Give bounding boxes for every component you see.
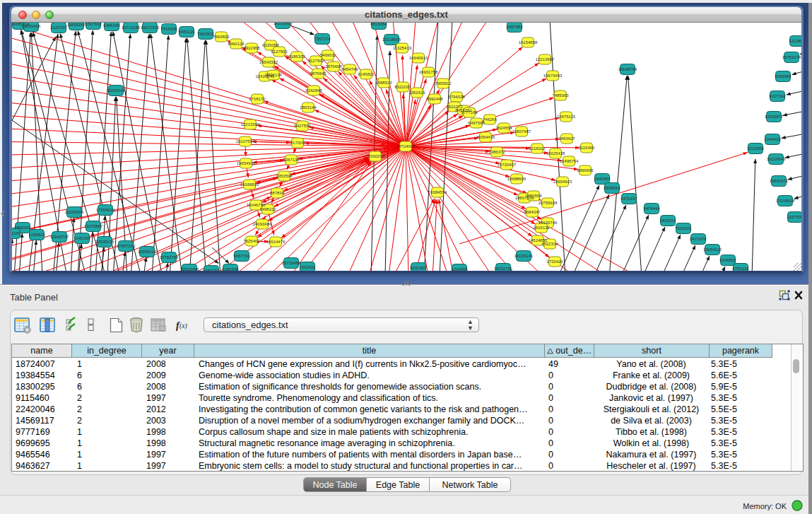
svg-text:1733426: 1733426 (546, 259, 563, 264)
svg-text:13975887: 13975887 (84, 224, 103, 228)
svg-text:10719185: 10719185 (122, 25, 141, 30)
svg-text:17359914: 17359914 (96, 208, 115, 212)
svg-text:9457791: 9457791 (233, 254, 250, 258)
svg-text:6794028: 6794028 (448, 95, 465, 99)
svg-text:7663822: 7663822 (213, 35, 230, 39)
svg-text:9474444: 9474444 (643, 206, 660, 211)
svg-text:2687682: 2687682 (506, 25, 523, 29)
svg-text:10973493: 10973493 (543, 74, 563, 78)
svg-text:16154808: 16154808 (519, 40, 538, 45)
svg-text:19384554: 19384554 (428, 190, 447, 194)
svg-text:6479197: 6479197 (620, 197, 637, 201)
svg-text:16543382: 16543382 (259, 60, 278, 64)
svg-text:10025438: 10025438 (546, 151, 565, 156)
svg-text:13218506: 13218506 (382, 37, 401, 42)
svg-text:12093877: 12093877 (765, 115, 784, 119)
svg-text:2933114: 2933114 (660, 218, 677, 223)
svg-text:(x): (x) (180, 322, 187, 330)
svg-text:15716485: 15716485 (282, 261, 301, 265)
svg-text:14136141: 14136141 (514, 254, 534, 258)
svg-text:10654112: 10654112 (703, 247, 722, 252)
svg-text:7955812: 7955812 (435, 81, 452, 86)
svg-text:2522314: 2522314 (541, 242, 558, 246)
svg-text:1527602: 1527602 (85, 23, 102, 26)
svg-text:12942737: 12942737 (50, 235, 69, 239)
svg-text:9777169: 9777169 (461, 110, 478, 115)
svg-text:9481129: 9481129 (179, 30, 196, 34)
svg-text:7485063: 7485063 (552, 93, 569, 98)
svg-text:9329966: 9329966 (775, 74, 792, 78)
svg-text:16648784: 16648784 (618, 67, 637, 71)
svg-text:20691406: 20691406 (22, 24, 41, 28)
svg-text:12975115: 12975115 (557, 115, 576, 119)
svg-text:16640910: 16640910 (409, 56, 428, 60)
svg-text:15720407: 15720407 (498, 163, 517, 167)
svg-text:9899695: 9899695 (577, 168, 594, 173)
svg-text:19166825: 19166825 (240, 182, 259, 187)
svg-text:1588520: 1588520 (375, 81, 392, 85)
svg-text:15751074: 15751074 (782, 55, 801, 59)
svg-text:8186323: 8186323 (288, 54, 305, 59)
svg-text:20053346: 20053346 (107, 88, 126, 93)
svg-text:8231907: 8231907 (410, 266, 427, 270)
svg-text:11325419: 11325419 (393, 46, 412, 50)
svg-text:7663822: 7663822 (197, 32, 214, 36)
svg-text:1362615: 1362615 (408, 90, 425, 95)
svg-text:10210643: 10210643 (767, 157, 786, 161)
svg-text:1156812: 1156812 (29, 233, 46, 237)
svg-text:5469011: 5469011 (320, 53, 337, 57)
svg-text:12213369: 12213369 (241, 122, 260, 127)
svg-text:1880554: 1880554 (525, 194, 542, 198)
svg-text:2876608: 2876608 (325, 64, 342, 69)
svg-text:20756928: 20756928 (539, 201, 558, 205)
svg-text:9127503: 9127503 (271, 49, 288, 54)
svg-text:9115460: 9115460 (579, 146, 596, 150)
svg-text:1167538: 1167538 (787, 215, 801, 219)
svg-text:16914479: 16914479 (266, 240, 286, 244)
svg-text:8938918: 8938918 (604, 186, 620, 190)
svg-text:17016504: 17016504 (776, 199, 795, 203)
svg-text:6466160: 6466160 (103, 23, 120, 28)
svg-text:8960124: 8960124 (228, 42, 245, 46)
svg-text:16961758: 16961758 (419, 70, 438, 74)
svg-text:8454749: 8454749 (341, 67, 358, 71)
svg-text:887834: 887834 (270, 191, 285, 195)
svg-text:1244419: 1244419 (764, 137, 781, 141)
svg-text:17957253: 17957253 (117, 244, 136, 248)
svg-text:20364436: 20364436 (476, 135, 495, 139)
svg-text:19654923: 19654923 (553, 180, 572, 184)
svg-text:9127502: 9127502 (307, 59, 324, 63)
svg-text:7515526: 7515526 (160, 27, 177, 31)
svg-text:3267130: 3267130 (283, 158, 300, 162)
svg-text:9245652: 9245652 (719, 258, 736, 262)
svg-text:18300295: 18300295 (366, 154, 385, 158)
svg-text:7386372: 7386372 (488, 150, 505, 154)
svg-text:12213967: 12213967 (536, 57, 555, 62)
svg-text:12505135: 12505135 (95, 240, 114, 244)
svg-text:9463627: 9463627 (558, 136, 575, 141)
svg-text:9227342: 9227342 (769, 94, 786, 98)
svg-text:2123707: 2123707 (50, 25, 67, 30)
svg-text:7632621: 7632621 (675, 226, 692, 230)
svg-text:9875645: 9875645 (310, 71, 326, 76)
svg-text:16033809: 16033809 (273, 23, 293, 25)
svg-text:6216012: 6216012 (529, 146, 546, 151)
svg-text:746266: 746266 (483, 117, 498, 122)
svg-text:3624554: 3624554 (495, 126, 512, 130)
svg-text:8990448: 8990448 (426, 97, 443, 101)
svg-text:1615132: 1615132 (533, 226, 550, 230)
svg-text:16495754: 16495754 (560, 159, 579, 163)
svg-text:8912958: 8912958 (243, 46, 260, 50)
svg-text:2718170: 2718170 (249, 97, 266, 101)
svg-text:10807487: 10807487 (512, 129, 531, 134)
svg-text:20206556: 20206556 (65, 210, 84, 214)
svg-text:10655267: 10655267 (67, 23, 86, 27)
svg-text:1592831: 1592831 (299, 265, 316, 269)
svg-text:8427552: 8427552 (294, 124, 311, 128)
svg-text:8226058: 8226058 (262, 43, 279, 47)
svg-text:8471676: 8471676 (690, 237, 707, 241)
svg-text:9242848: 9242848 (305, 88, 322, 93)
svg-text:2803144: 2803144 (300, 105, 317, 110)
svg-text:1145194: 1145194 (74, 236, 91, 240)
svg-text:16120746: 16120746 (539, 221, 558, 225)
